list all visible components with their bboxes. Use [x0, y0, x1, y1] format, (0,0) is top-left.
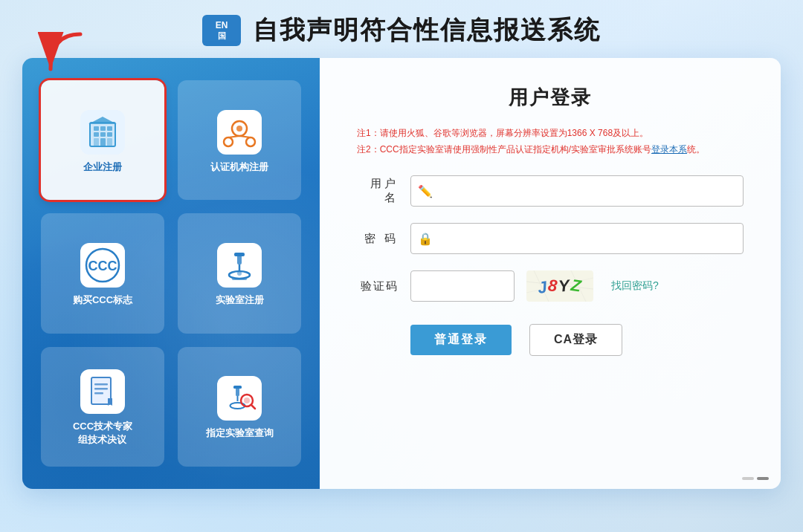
scroll-hint [742, 477, 769, 480]
notice-box: 注1：请使用火狐、谷歌等浏览器，屏幕分辨率设置为1366 X 768及以上。 注… [357, 126, 744, 158]
svg-rect-3 [94, 126, 99, 131]
svg-rect-4 [100, 126, 106, 131]
notice-line-2: 注2：CCC指定实验室请使用强制性产品认证指定机构/实验室审批系统账号登录本系统… [357, 142, 744, 158]
ca-login-button[interactable]: CA登录 [529, 324, 622, 356]
captcha-label: 验证码 [357, 279, 399, 293]
header: EN 国 自我声明符合性信息报送系统 [0, 0, 803, 58]
svg-line-36 [251, 405, 255, 409]
main-card: 企业注册 认证机构注册 CCC [22, 58, 781, 489]
button-row: 普通登录 CA登录 [410, 324, 744, 356]
red-arrow-indicator [36, 28, 88, 80]
doc-icon-wrap [80, 369, 125, 414]
scroll-dot-2 [757, 477, 769, 480]
password-row: 密 码 🔒 [357, 223, 744, 254]
pencil-icon: ✏️ [418, 184, 433, 198]
captcha-input[interactable] [410, 270, 515, 302]
menu-item-cert-org[interactable]: 认证机构注册 [178, 80, 301, 200]
page-title: 自我声明符合性信息报送系统 [253, 13, 601, 48]
svg-rect-8 [107, 132, 112, 137]
svg-rect-32 [233, 386, 242, 389]
login-title: 用户登录 [357, 85, 744, 111]
svg-rect-30 [94, 392, 103, 395]
svg-rect-5 [107, 126, 112, 131]
svg-rect-10 [100, 138, 106, 146]
ccc-expert-label: CCC技术专家 组技术决议 [73, 420, 132, 447]
notice2-link[interactable]: 登录本系 [651, 144, 687, 155]
cert-org-label: 认证机构注册 [210, 160, 268, 174]
lock-icon: 🔒 [418, 232, 433, 246]
svg-point-25 [237, 271, 242, 276]
svg-rect-26 [232, 278, 247, 280]
find-password-link[interactable]: 找回密码? [611, 279, 659, 293]
svg-rect-6 [94, 132, 99, 137]
lab-icon-wrap [217, 243, 262, 288]
buy-ccc-label: 购买CCC标志 [73, 293, 132, 307]
password-input[interactable] [410, 223, 744, 254]
menu-item-enterprise-register[interactable]: 企业注册 [41, 80, 164, 200]
logo-zh: 国 [218, 31, 226, 41]
enterprise-register-icon-wrap [80, 110, 125, 155]
notice-line-1: 注1：请使用火狐、谷歌等浏览器，屏幕分辨率设置为1366 X 768及以上。 [357, 126, 744, 142]
svg-line-17 [228, 136, 239, 137]
captcha-row: 验证码 J8YZ 找回密码? [357, 270, 744, 302]
captcha-char-z: Z [570, 276, 584, 296]
lab-icon [221, 247, 258, 284]
search-lab-icon-wrap [217, 376, 262, 421]
search-lab-icon [221, 380, 258, 417]
username-row: 用户名 ✏️ [357, 175, 744, 207]
right-panel: 用户登录 注1：请使用火狐、谷歌等浏览器，屏幕分辨率设置为1366 X 768及… [320, 58, 781, 489]
svg-point-37 [244, 398, 250, 403]
svg-point-14 [236, 126, 242, 132]
username-input-wrap: ✏️ [410, 175, 744, 207]
svg-line-18 [239, 136, 251, 137]
ccc-icon: CCC [84, 247, 121, 284]
lab-query-label: 指定实验室查询 [206, 426, 274, 440]
scroll-dot-1 [742, 477, 754, 480]
cert-org-icon-wrap [217, 110, 262, 155]
notice2-suffix: 统。 [687, 144, 705, 155]
username-label: 用户名 [357, 177, 399, 205]
doc-icon [84, 373, 121, 410]
svg-rect-22 [234, 253, 245, 256]
building-icon [84, 114, 121, 151]
svg-marker-12 [88, 117, 117, 124]
svg-point-16 [246, 137, 255, 146]
svg-rect-11 [107, 138, 112, 146]
svg-rect-29 [94, 388, 108, 390]
notice2-prefix: 注2：CCC指定实验室请使用强制性产品认证指定机构/实验室审批系统账号 [357, 144, 651, 155]
menu-item-lab-query[interactable]: 指定实验室查询 [178, 347, 301, 467]
password-input-wrap: 🔒 [410, 223, 744, 254]
left-panel: 企业注册 认证机构注册 CCC [22, 58, 320, 489]
svg-rect-28 [94, 383, 108, 386]
enterprise-register-label: 企业注册 [83, 160, 122, 174]
ccc-icon-wrap: CCC [80, 243, 125, 288]
svg-point-15 [224, 137, 233, 146]
svg-rect-7 [100, 132, 106, 137]
menu-item-lab-register[interactable]: 实验室注册 [178, 213, 301, 333]
username-input[interactable] [410, 175, 744, 207]
org-icon [221, 114, 258, 151]
svg-text:CCC: CCC [88, 259, 117, 273]
logo-en: EN [216, 20, 228, 30]
svg-rect-9 [94, 138, 99, 146]
logo: EN 国 [202, 15, 241, 46]
normal-login-button[interactable]: 普通登录 [410, 325, 512, 355]
captcha-text: J8YZ [538, 276, 583, 296]
lab-register-label: 实验室注册 [216, 293, 264, 307]
password-label: 密 码 [357, 232, 399, 246]
menu-item-ccc-expert[interactable]: CCC技术专家 组技术决议 [41, 347, 164, 467]
menu-item-buy-ccc[interactable]: CCC 购买CCC标志 [41, 213, 164, 333]
captcha-image[interactable]: J8YZ [526, 270, 593, 302]
